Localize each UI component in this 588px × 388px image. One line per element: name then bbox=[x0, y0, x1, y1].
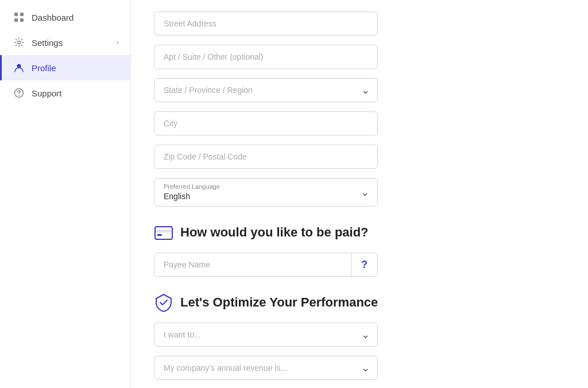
i-want-to-field: I want to... ⌄ bbox=[154, 323, 565, 347]
svg-rect-1 bbox=[20, 13, 24, 16]
svg-point-7 bbox=[18, 95, 20, 96]
optimize-title: Let's Optimize Your Performance bbox=[180, 295, 378, 310]
annual-revenue-select-wrap: My company's annual revenue is... ⌄ bbox=[154, 356, 378, 380]
city-field bbox=[154, 111, 565, 135]
annual-revenue-field: My company's annual revenue is... ⌄ bbox=[154, 356, 565, 380]
street-address-input[interactable] bbox=[154, 11, 378, 36]
svg-rect-0 bbox=[14, 13, 18, 16]
annual-revenue-select[interactable]: My company's annual revenue is... bbox=[154, 356, 378, 380]
city-input[interactable] bbox=[154, 111, 378, 135]
svg-rect-10 bbox=[157, 234, 162, 236]
sidebar-item-profile-label: Profile bbox=[32, 63, 56, 73]
payment-title: How would you like to be paid? bbox=[180, 225, 369, 240]
payee-help-button[interactable]: ? bbox=[351, 253, 377, 276]
sidebar-item-dashboard[interactable]: Dashboard bbox=[0, 5, 130, 30]
state-select-wrap: State / Province / Region ⌄ bbox=[154, 78, 378, 102]
sidebar: Dashboard Settings › Profile Su bbox=[0, 0, 131, 388]
payment-section-heading: How would you like to be paid? bbox=[154, 223, 565, 242]
sidebar-item-settings-label: Settings bbox=[32, 38, 63, 48]
svg-rect-9 bbox=[155, 230, 172, 232]
street-address-field bbox=[154, 11, 565, 36]
sidebar-item-settings[interactable]: Settings › bbox=[0, 30, 130, 55]
question-icon bbox=[13, 87, 25, 99]
svg-rect-8 bbox=[155, 227, 172, 239]
person-icon bbox=[13, 62, 25, 73]
svg-rect-3 bbox=[20, 18, 24, 22]
preferred-language-select[interactable]: Preferred Language English ⌄ bbox=[154, 178, 378, 207]
apt-suite-input[interactable] bbox=[154, 45, 378, 69]
preferred-language-value: English bbox=[164, 192, 190, 201]
sidebar-item-profile[interactable]: Profile bbox=[0, 55, 130, 80]
grid-icon bbox=[13, 11, 25, 23]
optimize-section-heading: Let's Optimize Your Performance bbox=[154, 293, 565, 312]
state-field: State / Province / Region ⌄ bbox=[154, 78, 565, 102]
sidebar-item-support-label: Support bbox=[32, 88, 62, 98]
preferred-language-chevron-icon: ⌄ bbox=[361, 186, 369, 199]
i-want-to-select-wrap: I want to... ⌄ bbox=[154, 323, 378, 347]
i-want-to-select[interactable]: I want to... bbox=[154, 323, 378, 347]
main-content: State / Province / Region ⌄ Preferred La… bbox=[131, 0, 588, 388]
zip-input[interactable] bbox=[154, 145, 378, 169]
state-select[interactable]: State / Province / Region bbox=[154, 78, 378, 102]
payee-name-field: ? bbox=[154, 253, 378, 277]
optimize-icon bbox=[154, 293, 173, 312]
preferred-language-label: Preferred Language bbox=[164, 183, 354, 190]
gear-icon bbox=[13, 37, 25, 48]
zip-field bbox=[154, 145, 565, 169]
preferred-language-field: Preferred Language English ⌄ bbox=[154, 178, 565, 207]
chevron-down-icon: › bbox=[117, 38, 119, 46]
sidebar-item-dashboard-label: Dashboard bbox=[32, 13, 74, 22]
apt-suite-field bbox=[154, 45, 565, 69]
svg-point-4 bbox=[18, 41, 21, 44]
payment-icon bbox=[154, 223, 173, 242]
sidebar-item-support[interactable]: Support bbox=[0, 80, 130, 106]
payee-name-input[interactable] bbox=[154, 253, 351, 276]
svg-rect-2 bbox=[14, 18, 18, 22]
